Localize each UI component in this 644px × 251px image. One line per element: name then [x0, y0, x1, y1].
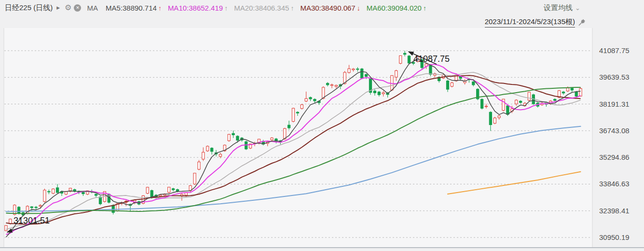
candle	[399, 56, 402, 64]
candle	[228, 134, 230, 141]
candle	[361, 68, 363, 79]
candle	[193, 173, 196, 185]
candle	[408, 55, 410, 64]
candle	[43, 189, 46, 203]
y-axis-label: 35294.86	[599, 153, 630, 161]
candle	[168, 187, 170, 193]
candle	[579, 87, 582, 97]
candle	[5, 225, 7, 231]
candle	[429, 64, 432, 76]
y-axis-label: 33846.63	[599, 180, 630, 188]
y-axis-label: 30950.19	[599, 233, 630, 241]
y-axis-label: 41087.75	[599, 46, 630, 55]
candle	[301, 104, 303, 109]
y-axis-label: 38191.31	[599, 100, 630, 108]
candle	[369, 78, 371, 95]
y-axis-label: 36743.08	[599, 126, 630, 135]
high-price-label: 41087.75	[413, 54, 450, 64]
candlestick-chart[interactable]	[0, 0, 644, 251]
candle	[142, 195, 144, 204]
candle	[481, 98, 483, 110]
y-axis-label: 39639.53	[599, 73, 630, 81]
y-axis-label: 32398.41	[599, 207, 630, 215]
candle	[528, 92, 530, 101]
candle	[451, 82, 453, 87]
candle	[52, 188, 55, 194]
candle	[477, 88, 479, 100]
candle	[292, 108, 294, 122]
candle	[206, 145, 209, 152]
candle	[69, 188, 71, 193]
candle	[146, 187, 149, 194]
low-price-label: 31301.51	[14, 216, 50, 226]
candle	[493, 117, 496, 124]
